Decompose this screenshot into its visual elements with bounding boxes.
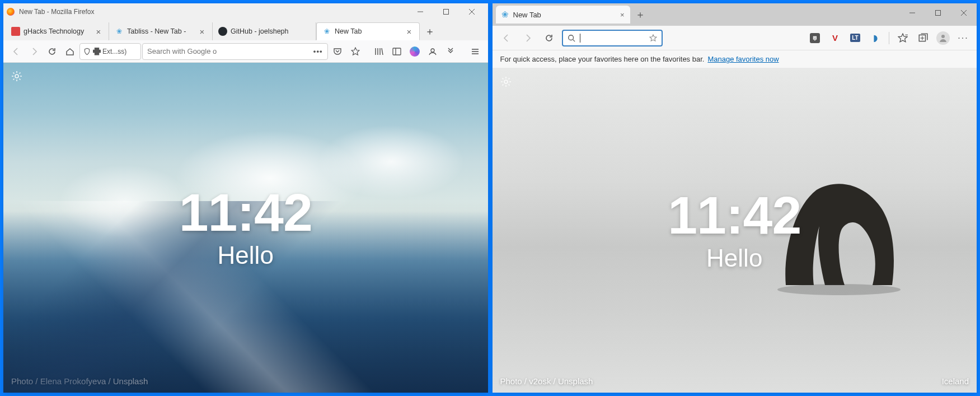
tab-github[interactable]: GitHub - joelsheph — [213, 22, 316, 40]
tab-close-button[interactable]: × — [620, 11, 625, 19]
photo-credit: Photo / Elena Prokofyeva / Unsplash — [11, 376, 148, 386]
favorite-star-icon[interactable] — [649, 34, 657, 42]
tab-newtab[interactable]: ❀ New Tab × — [316, 22, 420, 40]
window-title: New Tab - Mozilla Firefox — [19, 8, 94, 16]
library-button[interactable] — [371, 43, 387, 60]
search-icon — [568, 34, 575, 42]
forward-button[interactable] — [519, 30, 536, 46]
ublock-icon[interactable]: ⛨ — [807, 30, 823, 46]
favorites-button[interactable] — [895, 30, 911, 46]
new-tab-button[interactable]: ＋ — [630, 6, 650, 24]
firefox-new-tab-content: 11:42 Hello Photo / Elena Prokofyeva / U… — [3, 63, 488, 393]
settings-gear-button[interactable] — [500, 76, 512, 90]
tab-close-button[interactable]: × — [94, 27, 103, 36]
tab-label: gHacks Technology — [24, 27, 91, 35]
close-button[interactable] — [459, 4, 485, 19]
bookmark-star-button[interactable] — [347, 43, 364, 60]
favorites-hint: For quick access, place your favorites h… — [500, 55, 705, 63]
url-identity-box[interactable]: Ext...ss) — [79, 43, 141, 60]
favicon-icon: ❀ — [501, 10, 509, 20]
reload-button[interactable] — [44, 43, 60, 60]
greeting-text: Hello — [706, 244, 762, 272]
edge-new-tab-content: 11:42 Hello Photo / v2osk / Unsplash Ice… — [493, 68, 977, 393]
manage-favorites-link[interactable]: Manage favorites now — [707, 55, 779, 63]
tab-ghacks[interactable]: gHacks Technology × — [6, 22, 109, 40]
search-box[interactable]: ••• — [142, 43, 328, 60]
back-button[interactable] — [498, 30, 515, 46]
tab-label: Tabliss - New Tab - — [127, 27, 194, 35]
firefox-window: New Tab - Mozilla Firefox gHacks Technol… — [3, 3, 488, 393]
svg-point-10 — [15, 74, 18, 78]
favicon-icon: ❀ — [115, 27, 124, 36]
extension-icon — [93, 48, 101, 55]
tab-close-button[interactable]: × — [198, 27, 207, 36]
extension-v-icon[interactable]: V — [827, 30, 843, 46]
minimize-button[interactable] — [899, 6, 925, 20]
search-input[interactable] — [147, 47, 310, 55]
favicon-icon: ❀ — [322, 27, 331, 36]
reload-button[interactable] — [541, 30, 557, 46]
app-menu-button[interactable] — [467, 43, 484, 60]
firefox-logo-icon — [7, 8, 15, 16]
photo-location: Iceland — [942, 376, 969, 386]
tab-label: GitHub - joelsheph — [231, 27, 310, 35]
tab-label: New Tab — [513, 11, 616, 19]
favorites-bar: For quick access, place your favorites h… — [493, 50, 977, 68]
firefox-titlebar: New Tab - Mozilla Firefox — [3, 3, 488, 20]
minimize-button[interactable] — [407, 4, 433, 19]
edge-tab-newtab[interactable]: ❀ New Tab × — [496, 6, 630, 24]
extension-wave-icon[interactable]: ◗ — [868, 30, 883, 46]
account-button[interactable] — [424, 43, 441, 60]
home-button[interactable] — [62, 43, 78, 60]
collections-button[interactable] — [915, 30, 931, 46]
swirl-icon[interactable] — [406, 43, 423, 60]
forward-button[interactable] — [26, 43, 43, 60]
svg-rect-4 — [393, 48, 401, 55]
edge-toolbar: ⛨ V LT ◗ ··· — [493, 26, 977, 50]
svg-point-15 — [568, 35, 573, 40]
firefox-toolbar: Ext...ss) ••• — [3, 40, 488, 63]
menu-button[interactable]: ··· — [955, 30, 971, 46]
svg-rect-1 — [443, 10, 448, 15]
tab-tabliss[interactable]: ❀ Tabliss - New Tab - × — [109, 22, 213, 40]
shield-icon — [83, 48, 91, 55]
edge-window: ❀ New Tab × ＋ ⛨ V LT ◗ ··· For quick acc… — [493, 3, 977, 393]
sidebar-button[interactable] — [388, 43, 405, 60]
favicon-icon — [11, 27, 20, 36]
clock-time: 11:42 — [179, 186, 312, 239]
tab-label: New Tab — [335, 27, 401, 35]
new-tab-button[interactable]: ＋ — [420, 22, 440, 40]
toolbar-separator — [889, 32, 889, 44]
svg-point-24 — [777, 284, 901, 295]
settings-gear-button[interactable] — [11, 71, 22, 84]
extension-label: Ext...ss) — [102, 48, 126, 55]
extension-lt-icon[interactable]: LT — [847, 30, 863, 46]
firefox-tabstrip: gHacks Technology × ❀ Tabliss - New Tab … — [3, 20, 488, 40]
text-cursor — [580, 34, 580, 43]
maximize-button[interactable] — [433, 4, 459, 19]
favicon-icon — [218, 27, 227, 36]
maximize-button[interactable] — [925, 6, 951, 20]
pocket-button[interactable] — [329, 43, 346, 60]
svg-point-23 — [504, 80, 508, 83]
clock-time: 11:42 — [668, 189, 801, 242]
tab-close-button[interactable]: × — [405, 27, 414, 36]
profile-button[interactable] — [935, 30, 951, 46]
photo-credit: Photo / v2osk / Unsplash — [500, 376, 593, 386]
greeting-text: Hello — [218, 241, 274, 269]
svg-line-16 — [573, 39, 575, 41]
svg-rect-12 — [936, 11, 941, 16]
svg-point-22 — [941, 35, 945, 38]
edge-address-bar[interactable] — [562, 30, 663, 46]
overflow-button[interactable] — [442, 43, 459, 60]
page-actions-icon[interactable]: ••• — [313, 47, 323, 55]
edge-titlebar: ❀ New Tab × ＋ — [493, 3, 977, 26]
close-button[interactable] — [951, 6, 977, 20]
svg-point-6 — [431, 49, 434, 52]
back-button[interactable] — [8, 43, 25, 60]
